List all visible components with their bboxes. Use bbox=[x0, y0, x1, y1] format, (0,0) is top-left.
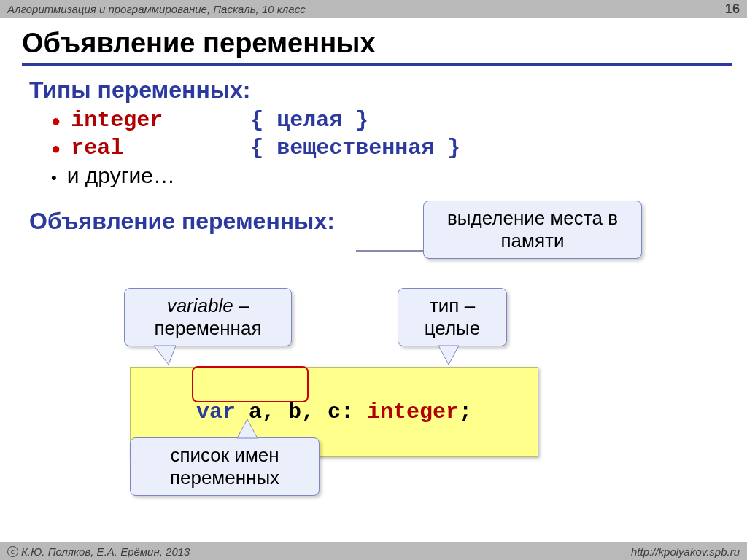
code-type: integer bbox=[367, 400, 459, 424]
type-item-integer: ● integer { целая } bbox=[51, 108, 732, 133]
connector-memory bbox=[356, 250, 423, 252]
copyright: c К.Ю. Поляков, Е.А. Ерёмин, 2013 bbox=[7, 545, 190, 558]
bullet-icon: • bbox=[51, 167, 57, 189]
types-list: ● integer { целая } ● real { вещественна… bbox=[51, 108, 732, 189]
copyright-text: К.Ю. Поляков, Е.А. Ерёмин, 2013 bbox=[21, 545, 190, 558]
callout-type: тип – целые bbox=[398, 288, 507, 346]
highlight-ring bbox=[192, 366, 309, 402]
callout-names-text: список имен переменных bbox=[170, 444, 279, 489]
breadcrumb: Алгоритмизация и программирование, Паска… bbox=[7, 3, 306, 15]
bullet-icon: ● bbox=[51, 138, 61, 160]
type-comment-integer: { целая } bbox=[250, 108, 368, 133]
type-item-other: • и другие… bbox=[51, 163, 732, 189]
slide-title: Объявление переменных bbox=[22, 18, 732, 66]
code-semicolon: ; bbox=[459, 400, 472, 424]
breadcrumb-text: Алгоритмизация и программирование, Паска… bbox=[7, 3, 306, 15]
footer-url: http://kpolyakov.spb.ru bbox=[631, 545, 740, 558]
callout-type-text: тип – целые bbox=[425, 295, 481, 339]
types-heading: Типы переменных: bbox=[29, 77, 732, 104]
callout-memory: выделение места в памяти bbox=[423, 201, 642, 259]
type-item-real: ● real { вещественная } bbox=[51, 136, 732, 160]
type-comment-real: { вещественная } bbox=[250, 136, 460, 160]
code-var-names: a, b, c bbox=[249, 400, 341, 424]
callout-variable: variable – переменная bbox=[124, 288, 292, 346]
type-keyword-integer: integer bbox=[71, 108, 163, 133]
callout-memory-text: выделение места в памяти bbox=[447, 207, 618, 252]
callout-tail-icon bbox=[438, 344, 468, 366]
callout-variable-text: variable – переменная bbox=[154, 295, 261, 339]
callout-names: список имен переменных bbox=[130, 438, 320, 496]
callout-tail-icon bbox=[154, 344, 183, 366]
page-number: 16 bbox=[725, 1, 740, 17]
type-others-text: и другие… bbox=[67, 163, 175, 188]
bullet-icon: ● bbox=[51, 110, 61, 132]
type-keyword-real: real bbox=[71, 136, 123, 160]
callout-tail-icon bbox=[233, 418, 262, 440]
code-colon: : bbox=[341, 400, 367, 424]
copyright-icon: c bbox=[7, 546, 18, 557]
footer-url-text: http://kpolyakov.spb.ru bbox=[631, 545, 740, 558]
